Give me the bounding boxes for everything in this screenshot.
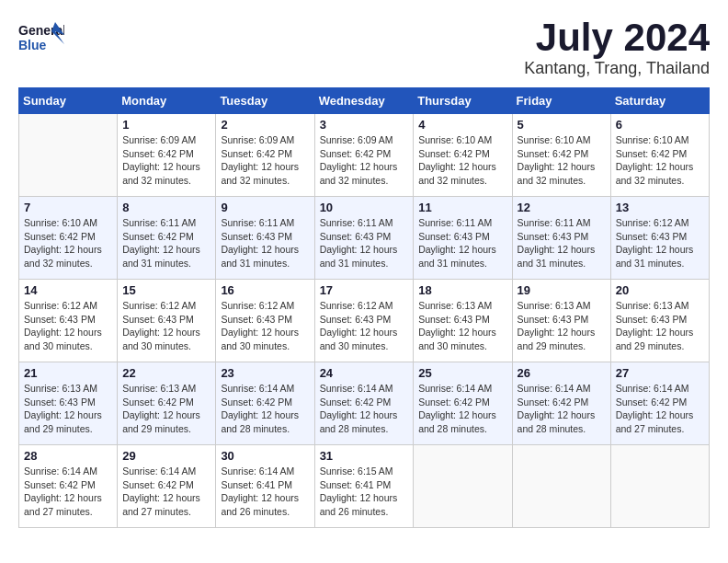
calendar-cell: 14Sunrise: 6:12 AM Sunset: 6:43 PM Dayli… — [19, 280, 118, 362]
calendar-cell: 4Sunrise: 6:10 AM Sunset: 6:42 PM Daylig… — [414, 114, 512, 197]
logo: GeneralBlue — [18, 18, 64, 59]
calendar-cell: 30Sunrise: 6:14 AM Sunset: 6:41 PM Dayli… — [216, 445, 314, 528]
day-number: 21 — [24, 366, 112, 380]
day-info: Sunrise: 6:10 AM Sunset: 6:42 PM Dayligh… — [24, 216, 112, 270]
week-row-1: 1Sunrise: 6:09 AM Sunset: 6:42 PM Daylig… — [19, 114, 710, 197]
day-info: Sunrise: 6:09 AM Sunset: 6:42 PM Dayligh… — [122, 133, 210, 188]
calendar-cell: 21Sunrise: 6:13 AM Sunset: 6:43 PM Dayli… — [19, 362, 118, 445]
day-info: Sunrise: 6:13 AM Sunset: 6:43 PM Dayligh… — [24, 382, 112, 436]
day-info: Sunrise: 6:11 AM Sunset: 6:43 PM Dayligh… — [221, 216, 309, 270]
day-number: 1 — [122, 118, 210, 132]
day-number: 26 — [518, 366, 606, 380]
calendar-cell: 24Sunrise: 6:14 AM Sunset: 6:42 PM Dayli… — [314, 362, 414, 445]
day-number: 4 — [418, 118, 506, 132]
day-info: Sunrise: 6:12 AM Sunset: 6:43 PM Dayligh… — [122, 299, 210, 353]
month-title: July 2024 — [524, 18, 710, 57]
calendar-cell: 29Sunrise: 6:14 AM Sunset: 6:42 PM Dayli… — [118, 445, 216, 528]
day-number: 16 — [221, 283, 309, 297]
calendar-cell: 28Sunrise: 6:14 AM Sunset: 6:42 PM Dayli… — [19, 445, 118, 528]
calendar-cell: 1Sunrise: 6:09 AM Sunset: 6:42 PM Daylig… — [118, 114, 216, 197]
day-info: Sunrise: 6:10 AM Sunset: 6:42 PM Dayligh… — [418, 133, 506, 188]
week-row-5: 28Sunrise: 6:14 AM Sunset: 6:42 PM Dayli… — [19, 445, 710, 528]
day-info: Sunrise: 6:12 AM Sunset: 6:43 PM Dayligh… — [221, 299, 309, 353]
day-number: 11 — [418, 201, 506, 214]
calendar-cell: 19Sunrise: 6:13 AM Sunset: 6:43 PM Dayli… — [512, 280, 610, 362]
calendar-cell: 9Sunrise: 6:11 AM Sunset: 6:43 PM Daylig… — [216, 197, 314, 280]
day-number: 8 — [122, 201, 210, 214]
location-title: Kantang, Trang, Thailand — [524, 59, 710, 78]
calendar-cell: 10Sunrise: 6:11 AM Sunset: 6:43 PM Dayli… — [314, 197, 414, 280]
calendar-cell: 2Sunrise: 6:09 AM Sunset: 6:42 PM Daylig… — [216, 114, 314, 197]
calendar-cell: 26Sunrise: 6:14 AM Sunset: 6:42 PM Dayli… — [512, 362, 610, 445]
day-info: Sunrise: 6:12 AM Sunset: 6:43 PM Dayligh… — [24, 299, 112, 353]
day-number: 31 — [320, 449, 409, 463]
col-header-friday: Friday — [512, 88, 610, 114]
calendar-cell: 23Sunrise: 6:14 AM Sunset: 6:42 PM Dayli… — [216, 362, 314, 445]
day-number: 6 — [616, 118, 704, 132]
day-info: Sunrise: 6:12 AM Sunset: 6:43 PM Dayligh… — [616, 216, 704, 270]
logo-svg: GeneralBlue — [18, 18, 64, 59]
title-section: July 2024 Kantang, Trang, Thailand — [524, 18, 710, 78]
week-row-2: 7Sunrise: 6:10 AM Sunset: 6:42 PM Daylig… — [19, 197, 710, 280]
day-info: Sunrise: 6:14 AM Sunset: 6:42 PM Dayligh… — [24, 465, 112, 519]
day-number: 23 — [221, 366, 309, 380]
day-info: Sunrise: 6:14 AM Sunset: 6:42 PM Dayligh… — [122, 465, 210, 519]
day-number: 25 — [418, 366, 506, 380]
day-number: 5 — [518, 118, 606, 132]
day-number: 29 — [122, 449, 210, 463]
day-info: Sunrise: 6:13 AM Sunset: 6:43 PM Dayligh… — [518, 299, 606, 353]
day-info: Sunrise: 6:13 AM Sunset: 6:43 PM Dayligh… — [418, 299, 506, 353]
col-header-thursday: Thursday — [414, 88, 512, 114]
day-number: 7 — [24, 201, 112, 214]
calendar-cell: 13Sunrise: 6:12 AM Sunset: 6:43 PM Dayli… — [610, 197, 709, 280]
day-info: Sunrise: 6:11 AM Sunset: 6:43 PM Dayligh… — [418, 216, 506, 270]
calendar-cell: 8Sunrise: 6:11 AM Sunset: 6:42 PM Daylig… — [118, 197, 216, 280]
calendar-cell: 17Sunrise: 6:12 AM Sunset: 6:43 PM Dayli… — [314, 280, 414, 362]
col-header-tuesday: Tuesday — [216, 88, 314, 114]
day-number: 17 — [320, 283, 409, 297]
calendar-cell: 20Sunrise: 6:13 AM Sunset: 6:43 PM Dayli… — [610, 280, 709, 362]
calendar-cell — [414, 445, 512, 528]
day-number: 27 — [616, 366, 704, 380]
calendar-cell: 12Sunrise: 6:11 AM Sunset: 6:43 PM Dayli… — [512, 197, 610, 280]
day-info: Sunrise: 6:14 AM Sunset: 6:41 PM Dayligh… — [221, 465, 309, 519]
header: GeneralBlue July 2024 Kantang, Trang, Th… — [18, 18, 710, 78]
day-number: 10 — [320, 201, 409, 214]
day-number: 2 — [221, 118, 309, 132]
calendar-cell: 18Sunrise: 6:13 AM Sunset: 6:43 PM Dayli… — [414, 280, 512, 362]
col-header-wednesday: Wednesday — [314, 88, 414, 114]
day-number: 19 — [518, 283, 606, 297]
day-info: Sunrise: 6:09 AM Sunset: 6:42 PM Dayligh… — [320, 133, 409, 188]
svg-text:Blue: Blue — [18, 38, 47, 52]
calendar-cell — [512, 445, 610, 528]
week-row-3: 14Sunrise: 6:12 AM Sunset: 6:43 PM Dayli… — [19, 280, 710, 362]
day-info: Sunrise: 6:13 AM Sunset: 6:43 PM Dayligh… — [616, 299, 704, 353]
day-info: Sunrise: 6:14 AM Sunset: 6:42 PM Dayligh… — [320, 382, 409, 436]
day-number: 14 — [24, 283, 112, 297]
day-info: Sunrise: 6:14 AM Sunset: 6:42 PM Dayligh… — [221, 382, 309, 436]
week-row-4: 21Sunrise: 6:13 AM Sunset: 6:43 PM Dayli… — [19, 362, 710, 445]
day-info: Sunrise: 6:11 AM Sunset: 6:43 PM Dayligh… — [518, 216, 606, 270]
day-number: 15 — [122, 283, 210, 297]
day-number: 30 — [221, 449, 309, 463]
day-info: Sunrise: 6:09 AM Sunset: 6:42 PM Dayligh… — [221, 133, 309, 188]
day-info: Sunrise: 6:10 AM Sunset: 6:42 PM Dayligh… — [616, 133, 704, 188]
day-info: Sunrise: 6:14 AM Sunset: 6:42 PM Dayligh… — [518, 382, 606, 436]
day-info: Sunrise: 6:14 AM Sunset: 6:42 PM Dayligh… — [616, 382, 704, 436]
calendar-cell: 22Sunrise: 6:13 AM Sunset: 6:42 PM Dayli… — [118, 362, 216, 445]
calendar-cell: 11Sunrise: 6:11 AM Sunset: 6:43 PM Dayli… — [414, 197, 512, 280]
day-number: 24 — [320, 366, 409, 380]
calendar-cell: 6Sunrise: 6:10 AM Sunset: 6:42 PM Daylig… — [610, 114, 709, 197]
day-number: 13 — [616, 201, 704, 214]
col-header-monday: Monday — [118, 88, 216, 114]
calendar-cell — [19, 114, 118, 197]
calendar-cell: 27Sunrise: 6:14 AM Sunset: 6:42 PM Dayli… — [610, 362, 709, 445]
day-number: 3 — [320, 118, 409, 132]
calendar-cell: 16Sunrise: 6:12 AM Sunset: 6:43 PM Dayli… — [216, 280, 314, 362]
calendar-cell: 15Sunrise: 6:12 AM Sunset: 6:43 PM Dayli… — [118, 280, 216, 362]
day-number: 9 — [221, 201, 309, 214]
day-number: 20 — [616, 283, 704, 297]
day-info: Sunrise: 6:15 AM Sunset: 6:41 PM Dayligh… — [320, 465, 409, 519]
calendar-cell: 25Sunrise: 6:14 AM Sunset: 6:42 PM Dayli… — [414, 362, 512, 445]
day-number: 12 — [518, 201, 606, 214]
